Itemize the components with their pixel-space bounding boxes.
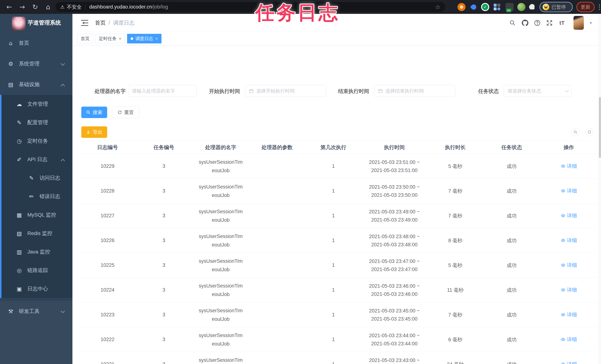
header-search-icon[interactable]: [508, 14, 517, 32]
sidebar-item-file-management[interactable]: 文件管理: [1, 95, 72, 113]
infrastructure-icon: [7, 81, 14, 88]
start-time-date-input[interactable]: 选择开始执行时间: [245, 85, 326, 97]
detail-link[interactable]: 详细: [561, 361, 577, 364]
detail-link[interactable]: 详细: [561, 188, 577, 194]
app-title: 芋道管理系统: [28, 14, 61, 33]
profile-paused-badge[interactable]: 已暂停: [540, 2, 573, 12]
cell-task-status: 成功: [483, 253, 540, 278]
scrollbar-thumb[interactable]: [599, 97, 601, 158]
extension-icon-check[interactable]: [481, 3, 489, 11]
handler-name-input[interactable]: [132, 88, 193, 94]
avatar-caret-icon[interactable]: [590, 14, 592, 32]
browser-update-button[interactable]: 更新: [576, 2, 594, 12]
browser-home-icon[interactable]: [43, 0, 53, 14]
fullscreen-icon[interactable]: [545, 14, 554, 32]
cell-log-id: 10224: [80, 278, 135, 303]
sidebar-item-system-management[interactable]: 系统管理: [0, 53, 72, 74]
font-size-icon[interactable]: tT: [557, 14, 567, 32]
detail-link[interactable]: 详细: [561, 212, 577, 219]
trace-eye-icon: [16, 267, 22, 274]
detail-link[interactable]: 详细: [561, 287, 577, 293]
sidebar-item-mysql-monitor[interactable]: MySQL 监控: [1, 206, 72, 224]
sidebar-section-submenu: 文件管理 配置管理 定时任务 API 日志 访问日志 错误日志 MySQL 监控…: [0, 95, 72, 298]
sidebar: 芋道管理系统 首页 系统管理 基础设施 文件管理 配置管理 定时任务 API 日…: [0, 14, 72, 364]
sidebar-item-log-center[interactable]: 日志中心: [1, 280, 72, 298]
export-button[interactable]: 导出: [81, 126, 107, 138]
scrollbar-track[interactable]: [598, 14, 601, 364]
refresh-table-button[interactable]: [585, 128, 593, 136]
detail-link[interactable]: 详细: [561, 237, 577, 244]
app-logo: [12, 17, 26, 30]
tab-home[interactable]: 首页: [77, 34, 93, 43]
sidebar-item-access-logs[interactable]: 访问日志: [1, 169, 72, 187]
bookmark-star-icon[interactable]: [435, 3, 441, 10]
sidebar-item-redis-monitor[interactable]: Redis 监控: [1, 224, 72, 243]
url-bar[interactable]: 不安全 dashboard.yudao.iocoder.cn /job/log: [55, 2, 445, 12]
toggle-search-panel-button[interactable]: [571, 128, 580, 136]
java-icon: [16, 249, 22, 255]
cell-execute-index: 1: [305, 253, 361, 278]
extension-icon-grid[interactable]: [493, 3, 501, 11]
cell-duration: 5 毫秒: [427, 154, 483, 179]
extension-icon-orange[interactable]: [457, 3, 466, 11]
log-center-icon: [16, 286, 22, 292]
eye-icon: [561, 337, 566, 342]
cell-log-id: 10226: [80, 228, 135, 253]
extensions-puzzle-icon[interactable]: [528, 3, 536, 11]
detail-link[interactable]: 详细: [561, 336, 577, 343]
cell-handler-param: [249, 154, 305, 179]
sidebar-item-scheduled-tasks[interactable]: 定时任务: [1, 132, 72, 150]
browser-menu-icon[interactable]: [596, 0, 601, 14]
search-icon: [573, 130, 578, 134]
detail-link[interactable]: 详细: [561, 163, 577, 169]
browser-back-icon[interactable]: [4, 0, 14, 14]
profile-emoji-avatar: [543, 4, 549, 10]
screenshot-root: 不安全 dashboard.yudao.iocoder.cn /job/log …: [0, 0, 601, 364]
browser-reload-icon[interactable]: [30, 0, 40, 14]
reset-button[interactable]: 重置: [112, 107, 139, 118]
sidebar-item-home[interactable]: 首页: [0, 33, 72, 53]
detail-link[interactable]: 详细: [561, 311, 577, 318]
tab-job-log-active[interactable]: 调度日志: [127, 34, 161, 43]
sidebar-item-error-logs[interactable]: 错误日志: [1, 187, 72, 206]
browser-forward-icon[interactable]: [17, 0, 27, 14]
sidebar-toggle-icon[interactable]: [81, 20, 88, 26]
extension-icon-monkey[interactable]: [517, 3, 525, 11]
close-tab-icon[interactable]: [119, 36, 121, 41]
cell-execute-index: 1: [305, 327, 361, 352]
extension-icon-on-badge[interactable]: [505, 3, 514, 11]
breadcrumb-home[interactable]: 首页: [95, 19, 106, 27]
end-time-date-input[interactable]: 选择结束执行时间: [374, 85, 455, 97]
detail-link[interactable]: 详细: [561, 262, 577, 268]
cell-log-id: 10221: [80, 352, 135, 364]
search-button[interactable]: 搜索: [81, 107, 107, 118]
github-icon[interactable]: [520, 14, 530, 32]
task-status-select[interactable]: 请选择任务状态: [504, 85, 572, 97]
sidebar-item-dev-tools[interactable]: 研发工具: [0, 300, 72, 323]
tab-scheduled-tasks[interactable]: 定时任务: [95, 34, 125, 43]
chevron-icon: [61, 159, 65, 163]
calendar-icon: [249, 89, 254, 93]
filter-label-task-status: 任务状态: [468, 88, 499, 95]
eye-icon: [561, 287, 566, 292]
sidebar-item-trace[interactable]: 链路追踪: [1, 261, 72, 280]
cell-execute-time: 2021-05-03 23:49:00 ~ 2021-05-03 23:49:0…: [361, 203, 427, 228]
sidebar-logo-row[interactable]: 芋道管理系统: [0, 14, 72, 33]
sidebar-item-infrastructure[interactable]: 基础设施: [0, 74, 72, 95]
help-icon[interactable]: [532, 14, 542, 32]
cell-execute-index: 1: [305, 203, 361, 228]
filter-label-start-time: 开始执行时间: [202, 88, 240, 95]
cell-log-id: 10227: [80, 203, 135, 228]
col-execute-index: 第几次执行: [305, 141, 361, 154]
eye-icon: [561, 189, 566, 193]
main-area: 首页 / 调度日志 tT 首页 定: [72, 14, 601, 364]
sidebar-item-java-monitor[interactable]: Java 监控: [1, 243, 72, 261]
extension-icon-drop[interactable]: [470, 3, 478, 11]
cell-execute-time: 2021-05-03 23:47:00 ~ 2021-05-03 23:47:0…: [361, 253, 427, 278]
user-avatar[interactable]: [573, 16, 584, 30]
sidebar-item-config-management[interactable]: 配置管理: [1, 113, 72, 132]
cell-handler-param: [249, 352, 305, 364]
refresh-icon: [118, 110, 122, 115]
close-tab-icon[interactable]: [155, 36, 158, 41]
sidebar-item-api-logs[interactable]: API 日志: [1, 150, 72, 169]
